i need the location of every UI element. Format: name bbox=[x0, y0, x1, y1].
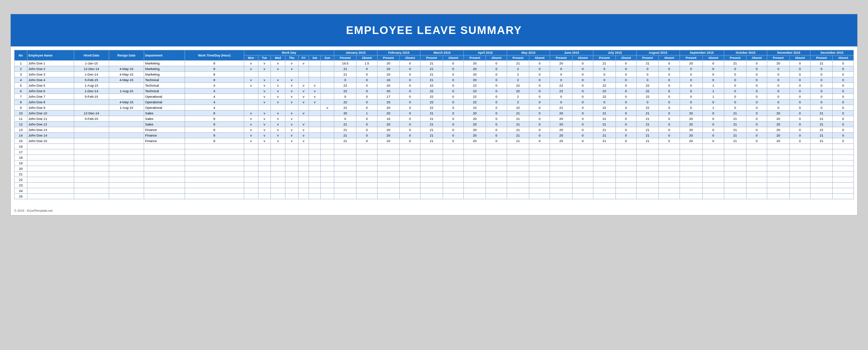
table-cell: 4 bbox=[185, 94, 244, 99]
col-header-aug-present: Present bbox=[636, 55, 658, 61]
empty-cell bbox=[464, 194, 486, 199]
table-cell: v bbox=[271, 77, 285, 83]
empty-cell bbox=[321, 194, 334, 199]
table-cell: 21 bbox=[420, 77, 443, 83]
empty-cell bbox=[258, 149, 271, 155]
empty-cell bbox=[109, 188, 144, 194]
empty-cell bbox=[702, 172, 724, 177]
empty-cell bbox=[833, 177, 854, 183]
empty-cell bbox=[400, 160, 420, 166]
table-cell: 20 bbox=[767, 111, 789, 116]
empty-cell bbox=[659, 194, 680, 199]
table-cell bbox=[109, 122, 144, 127]
empty-cell bbox=[309, 160, 321, 166]
empty-cell bbox=[420, 194, 443, 199]
col-header-jul: July 2015 bbox=[593, 50, 637, 55]
empty-cell bbox=[789, 160, 810, 166]
table-cell: 4-May-15 bbox=[109, 66, 144, 72]
empty-cell bbox=[593, 177, 615, 183]
table-cell: 21 bbox=[593, 61, 615, 66]
table-cell: 19.5 bbox=[334, 61, 356, 66]
table-cell bbox=[109, 94, 144, 99]
empty-cell bbox=[185, 149, 244, 155]
empty-cell bbox=[746, 188, 767, 194]
table-cell: v bbox=[298, 111, 309, 116]
table-cell: 20 bbox=[377, 61, 399, 66]
empty-cell bbox=[636, 144, 658, 149]
table-cell: 22 bbox=[636, 88, 658, 94]
table-cell: 22 bbox=[334, 99, 356, 105]
empty-cell bbox=[356, 166, 377, 172]
empty-cell bbox=[572, 183, 593, 188]
table-cell: 1.5 bbox=[356, 61, 377, 66]
table-cell: 22 bbox=[464, 105, 486, 111]
empty-cell bbox=[258, 160, 271, 166]
table-cell: 8 bbox=[185, 72, 244, 77]
table-cell: 0 bbox=[811, 99, 833, 105]
empty-cell bbox=[746, 194, 767, 199]
empty-cell bbox=[572, 188, 593, 194]
empty-cell bbox=[377, 194, 399, 199]
col-header-fri: Fri bbox=[298, 55, 309, 61]
empty-cell bbox=[789, 172, 810, 177]
table-cell: 8 bbox=[185, 111, 244, 116]
table-cell: v bbox=[271, 83, 285, 88]
table-cell: 0 bbox=[702, 111, 724, 116]
table-cell: John Doe 9 bbox=[27, 105, 74, 111]
table-cell: 22 bbox=[420, 83, 443, 88]
table-cell: 22 bbox=[464, 88, 486, 94]
table-cell: 0 bbox=[767, 66, 789, 72]
table-cell: 0 bbox=[400, 83, 420, 88]
table-cell: 0 bbox=[833, 94, 854, 99]
empty-cell bbox=[464, 144, 486, 149]
empty-cell bbox=[680, 177, 702, 183]
empty-cell bbox=[109, 194, 144, 199]
table-cell: John Doe 13 bbox=[27, 127, 74, 133]
empty-cell bbox=[486, 149, 507, 155]
empty-cell bbox=[321, 183, 334, 188]
empty-cell bbox=[420, 149, 443, 155]
col-header-mar: March 2015 bbox=[420, 50, 464, 55]
table-cell: v bbox=[258, 116, 271, 122]
table-cell: v bbox=[309, 88, 321, 94]
table-cell: 0 bbox=[680, 99, 702, 105]
table-cell: v bbox=[258, 111, 271, 116]
empty-cell bbox=[400, 155, 420, 160]
empty-cell bbox=[464, 149, 486, 155]
table-cell: 21 bbox=[593, 127, 615, 133]
table-cell: 0 bbox=[529, 88, 550, 94]
table-cell: v bbox=[285, 116, 298, 122]
table-cell: 0 bbox=[529, 83, 550, 88]
table-cell: 5 bbox=[15, 83, 27, 88]
table-cell: 20 bbox=[464, 77, 486, 83]
empty-cell bbox=[74, 177, 109, 183]
table-cell bbox=[74, 133, 109, 138]
empty-cell bbox=[572, 160, 593, 166]
empty-cell bbox=[298, 166, 309, 172]
empty-cell bbox=[593, 194, 615, 199]
empty-cell bbox=[285, 172, 298, 177]
table-cell: 0 bbox=[356, 94, 377, 99]
empty-cell bbox=[724, 144, 746, 149]
empty-cell bbox=[593, 188, 615, 194]
empty-cell bbox=[144, 166, 185, 172]
col-header-may-present: Present bbox=[507, 55, 529, 61]
table-cell: 0 bbox=[724, 77, 746, 83]
empty-cell bbox=[636, 172, 658, 177]
table-cell: 21 bbox=[420, 116, 443, 122]
table-cell: 0 bbox=[702, 116, 724, 122]
table-cell: 21 bbox=[811, 138, 833, 144]
table-cell: 5-Feb-15 bbox=[74, 77, 109, 83]
table-cell: 21 bbox=[724, 138, 746, 144]
spreadsheet: EMPLOYEE LEAVE SUMMARY No Employee Name … bbox=[10, 14, 858, 216]
table-cell: 20 bbox=[377, 105, 399, 111]
empty-cell bbox=[309, 166, 321, 172]
empty-cell bbox=[258, 166, 271, 172]
table-cell: 0 bbox=[443, 77, 463, 83]
table-cell: 20 bbox=[377, 72, 399, 77]
table-cell: 0 bbox=[746, 133, 767, 138]
empty-cell bbox=[244, 155, 258, 160]
table-cell: v bbox=[258, 122, 271, 127]
table-cell: 22 bbox=[507, 88, 529, 94]
table-cell: 5-Feb-15 bbox=[74, 94, 109, 99]
